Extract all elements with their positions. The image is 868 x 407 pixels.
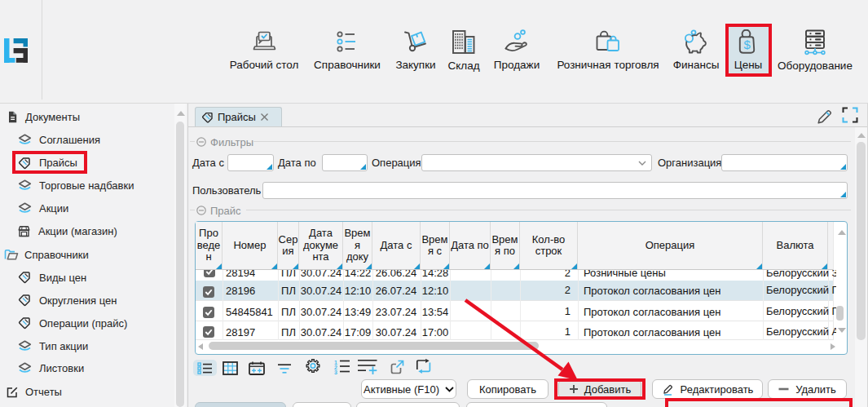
svg-text:3: 3 xyxy=(334,369,337,374)
